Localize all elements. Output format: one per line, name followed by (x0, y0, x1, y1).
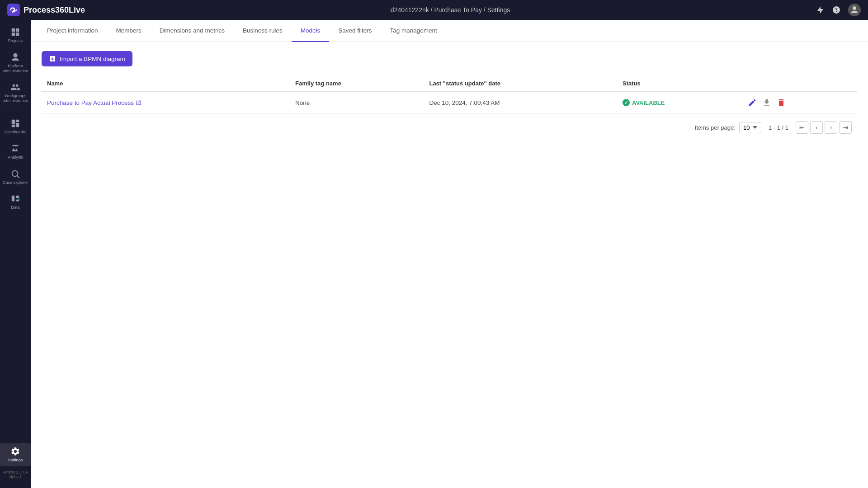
cell-actions (742, 92, 857, 114)
sidebar-item-analysis-label: Analysis (8, 155, 23, 160)
breadcrumb: d24041222nk / Purchase To Pay / Settings (391, 6, 510, 14)
edit-icon[interactable] (748, 98, 757, 107)
page-nav: ⇤ ‹ › ⇥ (796, 121, 852, 134)
cell-name: Purchase to Pay Actual Process (42, 92, 290, 114)
items-per-page-select[interactable]: 10 25 50 (739, 122, 761, 133)
version-label: version 2.38.0-alpha.1 (0, 468, 31, 481)
sidebar-top: Projects Platform administration Workgro… (0, 23, 31, 214)
tab-bar: Project information Members Dimensions a… (31, 20, 868, 42)
sidebar-item-workgroups-label: Workgroups administration (2, 94, 29, 103)
sidebar-item-settings[interactable]: Settings (0, 443, 31, 466)
col-status: Status (617, 75, 742, 92)
tab-models[interactable]: Models (292, 20, 330, 42)
first-page-button[interactable]: ⇤ (796, 121, 808, 134)
tab-project-information[interactable]: Project information (38, 20, 107, 42)
sidebar-item-dashboards-label: Dashboards (5, 130, 27, 135)
next-page-button[interactable]: › (825, 121, 837, 134)
models-table: Name Family tag name Last "status update… (42, 75, 857, 114)
tab-tag-management[interactable]: Tag management (381, 20, 446, 42)
sidebar-item-data[interactable]: Data (0, 190, 31, 214)
table-row: Purchase to Pay Actual Process None Dec … (42, 92, 857, 114)
sidebar-item-dashboards[interactable]: Dashboards (0, 115, 31, 138)
tab-business-rules[interactable]: Business rules (234, 20, 292, 42)
download-icon[interactable] (762, 98, 771, 107)
row-actions (748, 98, 852, 107)
cell-family-tag-name: None (290, 92, 424, 114)
import-button-label: Import a BPMN diagram (60, 56, 125, 62)
last-page-button[interactable]: ⇥ (839, 121, 852, 134)
cell-status: AVAILABLE (617, 92, 742, 114)
cell-last-status-update-date: Dec 10, 2024, 7:00:43 AM (424, 92, 617, 114)
import-icon (49, 55, 56, 62)
items-per-page: Items per page: 10 25 50 (695, 122, 761, 133)
main-layout: Projects Platform administration Workgro… (0, 20, 868, 488)
status-badge-label: AVAILABLE (632, 99, 665, 106)
col-last-status-update-date: Last "status update" date (424, 75, 617, 92)
sidebar-divider-1 (6, 111, 24, 111)
model-name-link[interactable]: Purchase to Pay Actual Process (47, 99, 142, 106)
external-link-icon (136, 100, 142, 106)
topbar-actions (816, 4, 861, 16)
sidebar-item-case-explorer[interactable]: Case explorer (0, 165, 31, 189)
sidebar: Projects Platform administration Workgro… (0, 20, 31, 488)
sidebar-item-analysis[interactable]: Analysis (0, 140, 31, 164)
status-badge: AVAILABLE (623, 99, 665, 106)
page-content: Import a BPMN diagram Name Family tag na… (31, 42, 868, 488)
sidebar-item-workgroups-administration[interactable]: Workgroups administration (0, 79, 31, 107)
svg-rect-3 (16, 196, 19, 198)
content-area: Project information Members Dimensions a… (31, 20, 868, 488)
sidebar-item-settings-label: Settings (8, 458, 23, 463)
page-info: 1 - 1 / 1 (769, 124, 788, 131)
tab-members[interactable]: Members (107, 20, 151, 42)
sidebar-item-platform-admin-label: Platform administration (2, 64, 29, 74)
items-per-page-label: Items per page: (695, 124, 736, 131)
sidebar-divider-2 (6, 439, 24, 439)
svg-rect-0 (7, 4, 20, 16)
lightning-icon[interactable] (816, 5, 825, 14)
sidebar-item-case-explorer-label: Case explorer (3, 180, 28, 185)
table-head: Name Family tag name Last "status update… (42, 75, 857, 92)
sidebar-item-platform-administration[interactable]: Platform administration (0, 49, 31, 77)
help-icon[interactable] (832, 5, 841, 14)
logo-icon (7, 4, 20, 16)
tab-dimensions-and-metrics[interactable]: Dimensions and metrics (151, 20, 234, 42)
topbar: Process360Live d24041222nk / Purchase To… (0, 0, 868, 20)
prev-page-button[interactable]: ‹ (810, 121, 823, 134)
sidebar-item-data-label: Data (11, 205, 19, 210)
user-avatar[interactable] (848, 4, 861, 16)
import-bpmn-button[interactable]: Import a BPMN diagram (42, 51, 132, 66)
sidebar-bottom: Settings version 2.38.0-alpha.1 (0, 437, 31, 484)
col-family-tag-name: Family tag name (290, 75, 424, 92)
col-name: Name (42, 75, 290, 92)
model-name-text: Purchase to Pay Actual Process (47, 99, 134, 106)
delete-icon[interactable] (777, 98, 786, 107)
col-actions (742, 75, 857, 92)
app-name: Process360Live (24, 5, 85, 15)
sidebar-item-projects-label: Projects (8, 38, 23, 43)
tab-saved-filters[interactable]: Saved filters (329, 20, 381, 42)
pagination-bar: Items per page: 10 25 50 1 - 1 / 1 ⇤ ‹ ›… (42, 114, 857, 134)
status-badge-dot (623, 99, 630, 106)
svg-rect-2 (12, 196, 14, 202)
table-body: Purchase to Pay Actual Process None Dec … (42, 92, 857, 114)
app-logo: Process360Live (7, 4, 85, 16)
sidebar-item-projects[interactable]: Projects (0, 23, 31, 47)
